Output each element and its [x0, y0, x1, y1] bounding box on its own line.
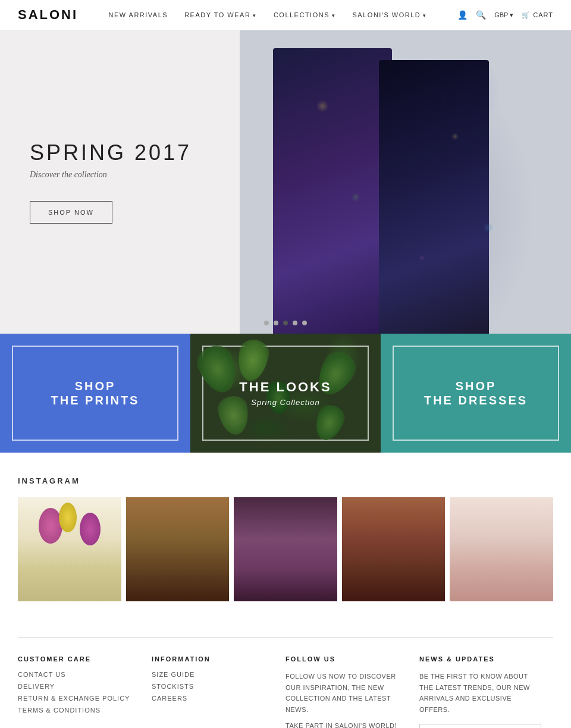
nav-salonis-world[interactable]: SALONI'S WORLD — [353, 11, 427, 18]
promo-dresses-line1: SHOP — [424, 379, 528, 393]
footer-link-sizeguide[interactable]: SIZE GUIDE — [152, 671, 274, 678]
instagram-photo-5[interactable] — [450, 497, 553, 601]
promo-dresses-text: SHOP THE DRESSES — [424, 379, 528, 407]
hero-content: SPRING 2017 Discover the collection SHOP… — [0, 30, 240, 334]
promo-prints[interactable]: SHOP THE PRINTS — [0, 334, 190, 453]
footer-information: INFORMATION SIZE GUIDE STOCKISTS CAREERS — [152, 655, 286, 728]
main-nav: NEW ARRIVALS READY TO WEAR COLLECTIONS S… — [108, 11, 426, 18]
promo-looks-subtitle: Spring Collection — [239, 398, 331, 407]
promo-looks-title: THE LOOKS — [239, 379, 331, 395]
footer-follow-cta: TAKE PART IN SALONI'S WORLD! — [286, 720, 407, 728]
dot-2[interactable] — [274, 321, 278, 325]
hero-subtitle: Discover the collection — [30, 170, 210, 180]
instagram-photo-3[interactable] — [234, 497, 337, 601]
dot-1[interactable] — [264, 321, 269, 325]
footer-customer-care: CUSTOMER CARE CONTACT US DELIVERY RETURN… — [18, 655, 152, 728]
logo[interactable]: SALONI — [18, 7, 78, 23]
instagram-grid — [18, 497, 553, 601]
promo-looks[interactable]: THE LOOKS Spring Collection — [190, 334, 381, 453]
promo-looks-text: THE LOOKS Spring Collection — [239, 379, 331, 406]
search-icon[interactable]: 🔍 — [476, 10, 486, 20]
promo-dresses-line2: THE DRESSES — [424, 393, 528, 407]
nav-collections[interactable]: COLLECTIONS — [274, 11, 336, 18]
hero-image — [240, 30, 571, 334]
footer-link-careers[interactable]: CAREERS — [152, 695, 274, 702]
footer-link-delivery[interactable]: DELIVERY — [18, 683, 140, 690]
instagram-photo-2[interactable] — [126, 497, 230, 601]
promo-prints-text: SHOP THE PRINTS — [51, 379, 140, 407]
promo-prints-line2: THE PRINTS — [51, 393, 140, 407]
dot-3[interactable] — [283, 321, 288, 325]
header-actions: 👤 🔍 GBP ▾ 🛒 CART — [457, 10, 553, 20]
footer-grid: CUSTOMER CARE CONTACT US DELIVERY RETURN… — [18, 637, 553, 728]
footer-customer-care-title: CUSTOMER CARE — [18, 655, 140, 663]
hero-banner: SPRING 2017 Discover the collection SHOP… — [0, 30, 571, 334]
footer-news-title: NEWS & UPDATES — [419, 655, 541, 663]
footer-follow-us: FOLLOW US FOLLOW US NOW TO DISCOVER OUR … — [286, 655, 419, 728]
promo-grid: SHOP THE PRINTS THE LOOKS Spring Collect… — [0, 334, 571, 453]
promo-prints-line1: SHOP — [51, 379, 140, 393]
user-icon[interactable]: 👤 — [457, 10, 468, 20]
site-header: SALONI NEW ARRIVALS READY TO WEAR COLLEC… — [0, 0, 571, 30]
currency-selector[interactable]: GBP ▾ — [494, 11, 513, 19]
instagram-title: INSTAGRAM — [18, 476, 553, 485]
site-footer: CUSTOMER CARE CONTACT US DELIVERY RETURN… — [0, 613, 571, 728]
footer-link-terms[interactable]: TERMS & CONDITIONS — [18, 707, 140, 714]
footer-link-returns[interactable]: RETURN & EXCHANGE POLICY — [18, 695, 140, 702]
hero-title: SPRING 2017 — [30, 140, 210, 165]
promo-dresses[interactable]: SHOP THE DRESSES — [381, 334, 571, 453]
hero-dots — [264, 321, 307, 325]
footer-link-contact[interactable]: CONTACT US — [18, 671, 140, 678]
instagram-photo-1[interactable] — [18, 497, 121, 601]
hero-shop-now-button[interactable]: SHOP NOW — [30, 201, 112, 224]
dot-4[interactable] — [293, 321, 297, 325]
dot-5[interactable] — [302, 321, 307, 325]
nav-ready-to-wear[interactable]: READY TO WEAR — [184, 11, 257, 18]
footer-follow-text: FOLLOW US NOW TO DISCOVER OUR INSPIRATIO… — [286, 671, 407, 716]
footer-follow-title: FOLLOW US — [286, 655, 407, 663]
cart-icon: 🛒 — [522, 11, 531, 19]
footer-link-stockists[interactable]: STOCKISTS — [152, 683, 274, 690]
footer-news: NEWS & UPDATES BE THE FIRST TO KNOW ABOU… — [419, 655, 553, 728]
email-input[interactable] — [419, 724, 541, 728]
footer-information-title: INFORMATION — [152, 655, 274, 663]
instagram-photo-4[interactable] — [342, 497, 445, 601]
cart-button[interactable]: 🛒 CART — [522, 11, 553, 19]
instagram-section: INSTAGRAM — [0, 453, 571, 613]
footer-news-text: BE THE FIRST TO KNOW ABOUT THE LATEST TR… — [419, 671, 541, 716]
nav-new-arrivals[interactable]: NEW ARRIVALS — [108, 11, 168, 18]
